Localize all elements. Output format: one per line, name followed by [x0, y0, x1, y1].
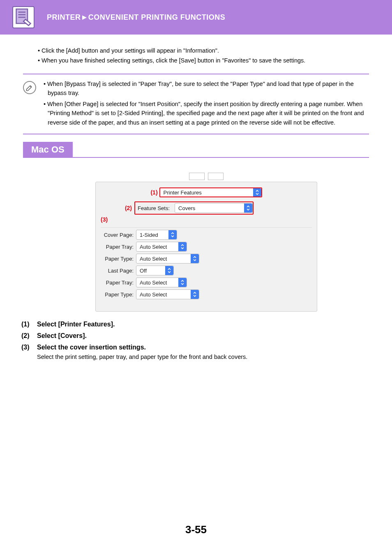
- step-title: Select [Printer Features].: [37, 321, 369, 328]
- chevron-updown-icon: [178, 242, 187, 251]
- pencil-note-icon: [23, 81, 36, 94]
- chevron-updown-icon: [165, 266, 173, 275]
- step: (2) Select [Covers].: [21, 332, 369, 340]
- chevron-updown-icon: [178, 278, 187, 287]
- top-bullet-list: • Click the [Add] button and your settin…: [38, 46, 369, 65]
- select-value: Auto Select: [136, 256, 191, 262]
- select-value: Off: [136, 268, 165, 274]
- chevron-updown-icon: [253, 188, 261, 197]
- cover-page-label: Cover Page:: [101, 232, 136, 238]
- paper-type-select[interactable]: Auto Select: [136, 254, 199, 264]
- step-description: Select the print setting, paper tray, an…: [37, 354, 369, 360]
- breadcrumb[interactable]: PRINTER►CONVENIENT PRINTING FUNCTIONS: [47, 13, 225, 22]
- note-text: • When [Bypass Tray] is selected in "Pap…: [44, 79, 369, 129]
- paper-tray-select[interactable]: Auto Select: [136, 242, 187, 252]
- paper-type-label: Paper Type:: [101, 256, 136, 262]
- note-item: • When [Bypass Tray] is selected in "Pap…: [44, 79, 369, 98]
- bullet-item: • Click the [Add] button and your settin…: [38, 46, 369, 55]
- os-heading: Mac OS: [23, 142, 369, 158]
- cover-page-select[interactable]: 1-Sided: [136, 230, 177, 240]
- step-number: (1): [21, 321, 33, 328]
- page-number: 3-55: [0, 523, 392, 536]
- macos-dialog: (1) Printer Features (2) Feature Sets: C…: [95, 173, 317, 312]
- note-item: • When [Other Page] is selected for "Ins…: [44, 99, 369, 127]
- printer-section-icon: [12, 6, 35, 28]
- chevron-updown-icon: [191, 254, 199, 263]
- paper-type2-select[interactable]: Auto Select: [136, 289, 199, 299]
- chevron-updown-icon: [244, 204, 252, 213]
- callout-2: (2): [101, 205, 132, 211]
- paper-tray2-select[interactable]: Auto Select: [136, 278, 187, 287]
- dialog-decoration: [95, 173, 317, 182]
- select-value: Auto Select: [136, 244, 178, 250]
- callout-1: (1): [150, 189, 157, 196]
- printer-features-select[interactable]: Printer Features: [159, 187, 262, 197]
- last-page-select[interactable]: Off: [136, 266, 174, 275]
- note-box: • When [Bypass Tray] is selected in "Pap…: [23, 74, 369, 134]
- chevron-updown-icon: [191, 290, 199, 299]
- last-page-label: Last Page:: [101, 268, 136, 274]
- select-value: Printer Features: [160, 190, 253, 196]
- bullet-item: • When you have finished selecting setti…: [38, 56, 369, 65]
- step-number: (3): [21, 344, 33, 360]
- chevron-updown-icon: [168, 230, 177, 239]
- dialog-panel: (1) Printer Features (2) Feature Sets: C…: [95, 182, 317, 312]
- paper-tray-label: Paper Tray:: [101, 244, 136, 250]
- header-bar: PRINTER►CONVENIENT PRINTING FUNCTIONS: [0, 0, 392, 35]
- step: (1) Select [Printer Features].: [21, 321, 369, 328]
- steps-list: (1) Select [Printer Features]. (2) Selec…: [21, 321, 369, 360]
- paper-type2-label: Paper Type:: [101, 291, 136, 298]
- step-title: Select [Covers].: [37, 332, 369, 340]
- os-label: Mac OS: [23, 142, 73, 157]
- select-value: Auto Select: [136, 280, 178, 286]
- select-value: Covers: [175, 205, 244, 211]
- step: (3) Select the cover insertion settings.…: [21, 344, 369, 360]
- breadcrumb-separator: ►: [81, 13, 88, 21]
- select-value: Auto Select: [136, 291, 191, 298]
- breadcrumb-part1: PRINTER: [47, 13, 81, 21]
- breadcrumb-part2: CONVENIENT PRINTING FUNCTIONS: [88, 13, 226, 21]
- select-value: 1-Sided: [136, 232, 168, 238]
- step-number: (2): [21, 332, 33, 340]
- feature-sets-select[interactable]: Covers: [175, 203, 253, 213]
- step-title: Select the cover insertion settings.: [37, 344, 369, 351]
- feature-sets-label: Feature Sets:: [138, 205, 172, 211]
- callout-3: (3): [101, 216, 108, 223]
- paper-tray2-label: Paper Tray:: [101, 280, 136, 286]
